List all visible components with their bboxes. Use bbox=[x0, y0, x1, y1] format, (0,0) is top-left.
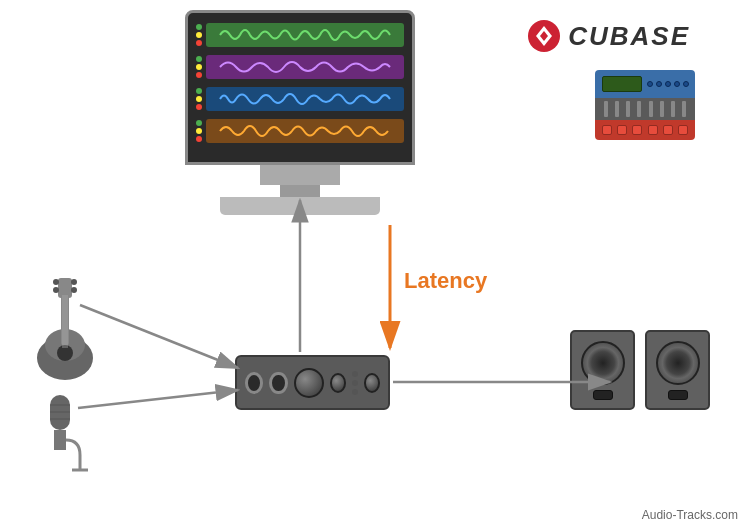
main-container: CUBASE bbox=[0, 0, 750, 530]
monitor-neck bbox=[260, 165, 340, 185]
monitor bbox=[185, 10, 415, 215]
waveform-purple bbox=[206, 55, 404, 79]
guitar-icon bbox=[15, 270, 115, 390]
svg-point-7 bbox=[53, 287, 59, 293]
midi-knob bbox=[665, 81, 671, 87]
midi-bottom bbox=[595, 120, 695, 140]
track-row bbox=[196, 85, 404, 113]
midi-fader bbox=[682, 101, 686, 117]
svg-point-8 bbox=[71, 279, 77, 285]
interface-led bbox=[352, 380, 358, 386]
interface-port bbox=[245, 372, 263, 394]
speaker-tweeter bbox=[593, 390, 613, 400]
latency-label: Latency bbox=[404, 268, 487, 294]
interface-body bbox=[235, 355, 390, 410]
waveform-green bbox=[206, 23, 404, 47]
svg-point-6 bbox=[53, 279, 59, 285]
track-row bbox=[196, 53, 404, 81]
midi-knob bbox=[656, 81, 662, 87]
midi-button bbox=[648, 125, 658, 135]
midi-knob bbox=[647, 81, 653, 87]
dot-yellow bbox=[196, 96, 202, 102]
speaker-woofer bbox=[656, 341, 700, 385]
svg-point-9 bbox=[71, 287, 77, 293]
cubase-text: CUBASE bbox=[568, 21, 690, 52]
waveform-blue bbox=[206, 87, 404, 111]
speaker-right bbox=[645, 330, 710, 410]
track-row bbox=[196, 117, 404, 145]
speaker-woofer bbox=[581, 341, 625, 385]
interface-leds bbox=[352, 371, 358, 395]
midi-device bbox=[595, 70, 695, 140]
dot-yellow bbox=[196, 32, 202, 38]
speaker-left bbox=[570, 330, 635, 410]
midi-fader bbox=[604, 101, 608, 117]
speaker-body bbox=[570, 330, 635, 410]
interface-led bbox=[352, 389, 358, 395]
track-dots bbox=[196, 88, 202, 110]
audio-interface bbox=[235, 355, 390, 410]
track-dots bbox=[196, 120, 202, 142]
midi-button bbox=[663, 125, 673, 135]
midi-fader bbox=[671, 101, 675, 117]
microphone-icon bbox=[30, 390, 90, 480]
midi-button bbox=[602, 125, 612, 135]
midi-button bbox=[632, 125, 642, 135]
monitor-stand bbox=[280, 185, 320, 197]
dot-green bbox=[196, 88, 202, 94]
midi-knobs bbox=[647, 81, 689, 87]
midi-button bbox=[617, 125, 627, 135]
midi-screen bbox=[602, 76, 642, 92]
midi-fader bbox=[626, 101, 630, 117]
interface-knob-med bbox=[364, 373, 380, 393]
dot-yellow bbox=[196, 128, 202, 134]
track-dots bbox=[196, 56, 202, 78]
interface-knobs bbox=[294, 368, 324, 398]
cubase-icon bbox=[526, 18, 562, 54]
watermark: Audio-Tracks.com bbox=[642, 508, 738, 522]
midi-knob bbox=[674, 81, 680, 87]
midi-fader bbox=[660, 101, 664, 117]
speaker-tweeter bbox=[668, 390, 688, 400]
dot-green bbox=[196, 56, 202, 62]
monitor-base bbox=[220, 197, 380, 215]
dot-red bbox=[196, 104, 202, 110]
microphone bbox=[30, 390, 90, 484]
speakers-area bbox=[570, 330, 710, 410]
interface-led bbox=[352, 371, 358, 377]
interface-port bbox=[269, 372, 287, 394]
midi-fader bbox=[649, 101, 653, 117]
waveform-orange bbox=[206, 119, 404, 143]
track-dots bbox=[196, 24, 202, 46]
dot-green bbox=[196, 120, 202, 126]
cubase-logo: CUBASE bbox=[526, 18, 690, 54]
midi-top bbox=[595, 70, 695, 98]
monitor-screen bbox=[185, 10, 415, 165]
track-row bbox=[196, 21, 404, 49]
interface-knob-large bbox=[294, 368, 324, 398]
svg-rect-14 bbox=[54, 430, 66, 450]
midi-knob bbox=[683, 81, 689, 87]
dot-red bbox=[196, 72, 202, 78]
midi-fader bbox=[637, 101, 641, 117]
dot-red bbox=[196, 136, 202, 142]
dot-green bbox=[196, 24, 202, 30]
guitar bbox=[15, 270, 115, 394]
midi-middle bbox=[595, 98, 695, 120]
dot-red bbox=[196, 40, 202, 46]
midi-button bbox=[678, 125, 688, 135]
interface-knob-med bbox=[330, 373, 346, 393]
dot-yellow bbox=[196, 64, 202, 70]
midi-fader bbox=[615, 101, 619, 117]
speaker-body bbox=[645, 330, 710, 410]
